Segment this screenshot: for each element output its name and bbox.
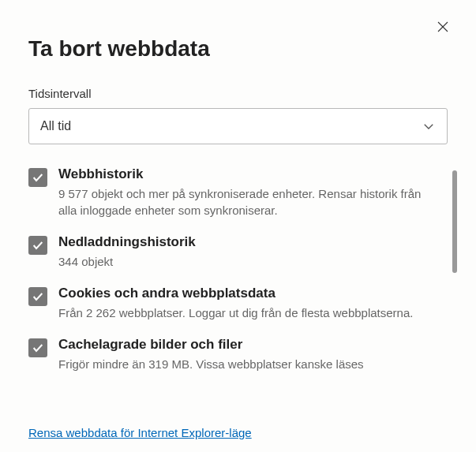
check-icon (32, 290, 44, 303)
check-icon (32, 239, 44, 252)
checkbox-row-cookies: Cookies och andra webbplatsdata Från 2 2… (28, 286, 448, 321)
checkbox-description: 344 objekt (58, 253, 432, 270)
checkbox-cache[interactable] (28, 338, 47, 357)
close-button[interactable] (432, 16, 454, 38)
checkbox-cookies[interactable] (28, 287, 47, 306)
checkbox-row-webbhistorik: Webbhistorik 9 577 objekt och mer på syn… (28, 166, 448, 219)
checkbox-description: Från 2 262 webbplatser. Loggar ut dig fr… (58, 304, 432, 321)
fade-overlay (0, 395, 476, 417)
checkbox-webbhistorik[interactable] (28, 168, 47, 187)
checkbox-content: Webbhistorik 9 577 objekt och mer på syn… (58, 166, 448, 219)
checkbox-title: Webbhistorik (58, 166, 432, 182)
checkbox-description: 9 577 objekt och mer på synkroniserade e… (58, 185, 432, 219)
timerange-dropdown[interactable]: All tid (28, 108, 448, 144)
timerange-selected-value: All tid (40, 119, 71, 133)
dialog-title: Ta bort webbdata (28, 36, 448, 62)
scrollbar[interactable] (452, 170, 457, 273)
checkbox-title: Cachelagrade bilder och filer (58, 337, 432, 353)
checkbox-content: Cookies och andra webbplatsdata Från 2 2… (58, 286, 448, 321)
checkbox-content: Cachelagrade bilder och filer Frigör min… (58, 337, 448, 372)
checkbox-description: Frigör mindre än 319 MB. Vissa webbplats… (58, 356, 432, 372)
close-icon (436, 20, 450, 34)
checkbox-row-nedladdningshistorik: Nedladdningshistorik 344 objekt (28, 234, 448, 270)
checkbox-title: Nedladdningshistorik (58, 234, 432, 250)
chevron-down-icon (422, 119, 436, 133)
checkbox-content: Nedladdningshistorik 344 objekt (58, 234, 448, 270)
timerange-label: Tidsintervall (28, 87, 448, 100)
checkbox-title: Cookies och andra webbplatsdata (58, 286, 432, 301)
checkbox-row-cache: Cachelagrade bilder och filer Frigör min… (28, 337, 448, 372)
checkbox-nedladdningshistorik[interactable] (28, 236, 47, 255)
check-icon (32, 171, 44, 184)
ie-mode-link[interactable]: Rensa webbdata för Internet Explorer-läg… (28, 426, 252, 439)
clear-browsing-data-dialog: Ta bort webbdata Tidsintervall All tid W… (0, 0, 476, 452)
check-icon (32, 342, 44, 354)
